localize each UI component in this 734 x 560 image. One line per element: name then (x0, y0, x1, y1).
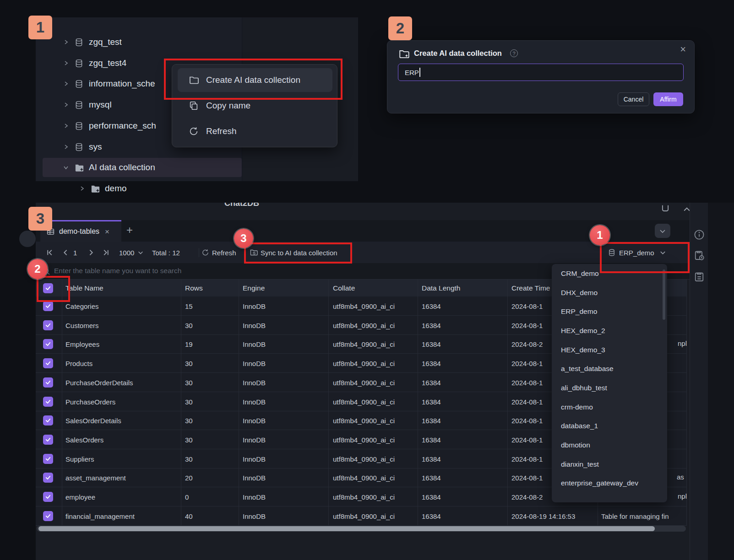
column-header-create-time: Create Time (511, 284, 550, 292)
row-checkbox[interactable] (43, 301, 53, 311)
row-checkbox[interactable] (43, 358, 53, 368)
new-tab-plus-icon[interactable]: + (126, 225, 133, 236)
cell-data-length: 16384 (422, 455, 441, 463)
column-header-rows: Rows (185, 284, 203, 292)
chevron-right-icon[interactable] (62, 59, 70, 67)
prev-page-icon[interactable] (62, 248, 70, 256)
row-checkbox[interactable] (43, 415, 53, 425)
cell-create-time: 2024-08-1 (511, 455, 543, 463)
info-icon[interactable] (694, 229, 705, 240)
first-page-icon[interactable] (46, 248, 54, 256)
dropdown-item-erp-demo[interactable]: ERP_demo (552, 302, 667, 321)
cell-rows: 40 (185, 512, 193, 520)
column-header-data-length: Data Length (422, 284, 460, 292)
tree-item-label: AI data collection (89, 162, 155, 172)
ai-folder-outline-icon (398, 48, 410, 60)
window-title: Chat2DB (224, 203, 259, 208)
chevron-right-icon[interactable] (62, 38, 70, 46)
column-header-collate: Collate (333, 284, 355, 292)
dropdown-item-dbmotion[interactable]: dbmotion (552, 436, 667, 455)
last-page-icon[interactable] (102, 248, 110, 256)
step-badge-circle-3: 3 (234, 229, 253, 248)
cell-table-name: asset_management (65, 474, 126, 481)
step-badge-circle-1: 1 (590, 225, 610, 245)
column-divider (328, 280, 329, 525)
collapsed-edge-button[interactable] (19, 231, 36, 247)
menu-item-refresh[interactable]: Refresh (178, 119, 332, 143)
tree-item-zgq_test[interactable]: zgq_test (36, 32, 242, 52)
page-size-value[interactable]: 1000 (119, 248, 134, 256)
step-badge-square-1: 1 (28, 16, 52, 39)
collapse-chevron-up-icon[interactable] (682, 206, 690, 212)
close-icon[interactable]: × (680, 44, 686, 54)
affirm-button[interactable]: Affirm (653, 92, 683, 106)
dropdown-item-ali-dbhub-test[interactable]: ali_dbhub_test (552, 378, 667, 398)
cell-engine: InnoDB (243, 302, 266, 310)
dropdown-item-enterprise-gateway-dev[interactable]: enterprise_gateway_dev (552, 474, 667, 493)
collection-name-input[interactable] (398, 64, 684, 81)
cell-data-length: 16384 (422, 378, 441, 386)
chevron-right-icon[interactable] (62, 80, 70, 87)
clipboard-clock-icon[interactable] (694, 250, 705, 261)
next-page-icon[interactable] (87, 248, 95, 256)
cell-collate: utf8mb4_0900_ai_ci (333, 359, 395, 367)
dropdown-item-dianxin-test[interactable]: dianxin_test (552, 455, 667, 474)
cancel-button[interactable]: Cancel (618, 92, 649, 106)
cell-engine: InnoDB (243, 378, 266, 386)
cell-rows: 19 (185, 340, 193, 348)
tab-close-icon[interactable]: × (105, 228, 109, 236)
page-size-chevron-down-icon[interactable] (137, 249, 144, 256)
row-checkbox[interactable] (43, 492, 53, 502)
cell-engine: InnoDB (243, 398, 266, 405)
table-row-financial-management[interactable]: financial_management 40 InnoDB utf8mb4_0… (36, 506, 687, 526)
column-divider (239, 280, 239, 525)
chevron-right-icon[interactable] (62, 143, 70, 151)
dropdown-item-dhx-demo[interactable]: DHX_demo (552, 283, 667, 302)
row-checkbox[interactable] (43, 320, 53, 330)
maximize-icon[interactable] (661, 205, 670, 212)
help-icon[interactable]: ? (510, 49, 518, 57)
refresh-icon[interactable] (201, 248, 209, 256)
chevron-right-icon[interactable] (78, 185, 86, 192)
database-icon (74, 100, 84, 110)
tree-item-label: sys (89, 142, 102, 152)
cell-collate: utf8mb4_0900_ai_ci (333, 398, 395, 405)
chevron-down-icon[interactable] (62, 164, 70, 171)
comment-fragment: npl (678, 339, 687, 349)
dropdown-item-crm-demo-lower[interactable]: crm-demo (552, 398, 667, 417)
menu-item-label: Refresh (206, 126, 237, 136)
cell-create-time: 2024-08-1 (511, 436, 543, 443)
tree-item-ai-data-collection[interactable]: AI data collection (43, 158, 242, 177)
tree-item-demo[interactable]: demo (36, 179, 242, 198)
cell-table-name: employee (65, 493, 95, 501)
tab-list-chevron-down-button[interactable] (655, 224, 670, 238)
row-checkbox[interactable] (43, 511, 53, 521)
dropdown-item-database-1[interactable]: database_1 (552, 417, 667, 436)
dropdown-scrollbar-thumb[interactable] (663, 269, 665, 320)
dropdown-item-hex-demo-3[interactable]: HEX_demo_3 (552, 340, 667, 360)
row-checkbox[interactable] (43, 435, 53, 445)
chevron-right-icon[interactable] (62, 122, 70, 129)
row-checkbox[interactable] (43, 377, 53, 388)
tab-demo-tables[interactable]: demo-tables × (40, 220, 121, 242)
clipboard-list-icon[interactable] (694, 271, 705, 282)
row-checkbox[interactable] (43, 473, 53, 483)
horizontal-scrollbar-track[interactable] (37, 526, 686, 532)
database-icon (74, 79, 84, 89)
cell-collate: utf8mb4_0900_ai_ci (333, 493, 395, 501)
horizontal-scrollbar-thumb[interactable] (38, 526, 655, 531)
refresh-button[interactable]: Refresh (212, 248, 236, 256)
row-checkbox[interactable] (43, 454, 53, 464)
cell-table-name: PurchaseOrderDetails (65, 378, 133, 386)
cell-table-name: SalesOrders (65, 436, 103, 443)
row-checkbox[interactable] (43, 339, 53, 349)
database-icon (74, 38, 84, 47)
step-badge-square-3: 3 (28, 207, 52, 231)
chevron-right-icon[interactable] (62, 101, 70, 108)
row-checkbox[interactable] (43, 397, 53, 407)
dropdown-item-hex-demo-2[interactable]: HEX_demo_2 (552, 321, 667, 340)
dialog-title: Create AI data collection (414, 49, 502, 58)
dropdown-item-a-test-database[interactable]: a_test_database (552, 359, 667, 378)
cell-collate: utf8mb4_0900_ai_ci (333, 474, 395, 481)
table-search-input[interactable] (53, 264, 328, 277)
